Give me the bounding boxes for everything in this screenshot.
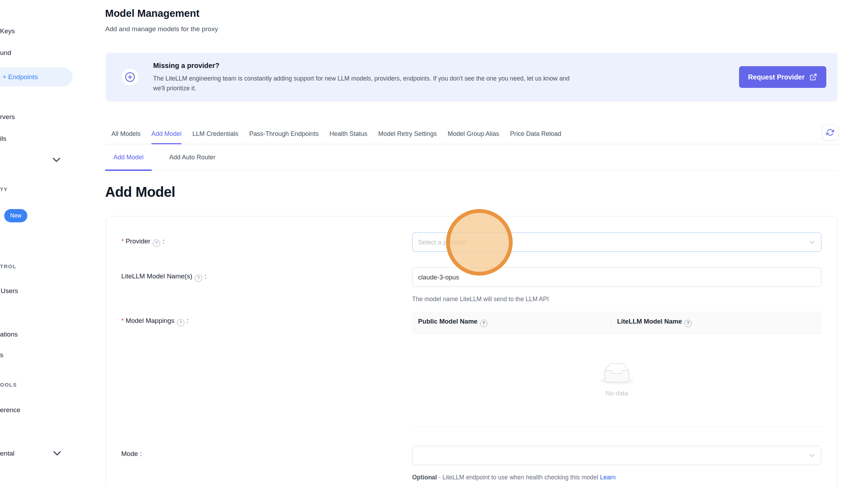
sidebar-section-access-control: TROL — [0, 263, 16, 269]
help-icon[interactable]: ? — [684, 320, 692, 327]
external-link-icon — [809, 73, 817, 81]
sidebar-item-users[interactable]: Users — [1, 287, 18, 295]
sidebar-item-endpoints-active[interactable]: + Endpoints — [0, 68, 73, 86]
required-asterisk: * — [121, 237, 124, 245]
learn-link[interactable]: Learn — [600, 474, 616, 481]
help-icon[interactable]: ? — [177, 319, 184, 326]
provider-placeholder: Select a provider — [418, 238, 467, 246]
sidebar-item-playground[interactable]: und — [0, 49, 11, 57]
new-badge: New — [4, 209, 27, 222]
table-empty-state: No data — [412, 334, 821, 427]
banner-body-line2: we'll prioritize it. — [153, 83, 196, 93]
model-tabs: All Models Add Model LLM Credentials Pas… — [105, 124, 838, 144]
sidebar: Keys und + Endpoints rvers ils TY New TR… — [0, 0, 93, 485]
mode-select[interactable] — [412, 446, 821, 465]
tab-add-model[interactable]: Add Model — [151, 124, 182, 144]
sidebar-item-experimental[interactable]: ental — [0, 450, 14, 457]
required-asterisk: * — [121, 317, 124, 324]
provider-select[interactable]: Select a provider — [412, 233, 821, 252]
subtab-add-model[interactable]: Add Model — [105, 144, 152, 171]
chevron-down-icon — [809, 454, 815, 457]
table-header: Public Model Name? LiteLLM Model Name? — [412, 311, 821, 334]
sidebar-item-servers[interactable]: rvers — [0, 113, 15, 121]
help-icon[interactable]: ? — [480, 320, 487, 327]
mode-label: Mode: — [121, 450, 142, 458]
tab-all-models[interactable]: All Models — [111, 124, 141, 144]
mode-helper: Optional - LiteLLM endpoint to use when … — [412, 474, 616, 481]
column-litellm-model-name: LiteLLM Model Name? — [611, 318, 821, 327]
page-title: Model Management — [105, 8, 199, 19]
sidebar-item-label: + Endpoints — [2, 68, 38, 86]
tab-price-data-reload[interactable]: Price Data Reload — [510, 124, 561, 144]
help-icon[interactable]: ? — [195, 275, 202, 282]
sidebar-section-observability: TY — [0, 186, 8, 192]
model-name-input[interactable] — [412, 268, 821, 287]
tab-health-status[interactable]: Health Status — [329, 124, 367, 144]
request-provider-label: Request Provider — [748, 73, 805, 81]
sidebar-section-tools: OOLS — [0, 382, 17, 388]
page-subtitle: Add and manage models for the proxy — [105, 25, 218, 33]
plus-circle-icon — [122, 69, 138, 85]
sidebar-item-reference[interactable]: erence — [0, 406, 20, 414]
no-data-label: No data — [606, 389, 628, 397]
refresh-icon — [826, 129, 834, 136]
provider-label: *Provider?: — [121, 237, 164, 247]
subtab-add-auto-router[interactable]: Add Auto Router — [166, 144, 219, 171]
sidebar-item-keys[interactable]: Keys — [0, 27, 15, 35]
model-name-helper: The model name LiteLLM will send to the … — [412, 296, 549, 303]
sidebar-item-organizations[interactable]: ations — [0, 331, 18, 338]
empty-box-icon — [600, 363, 634, 384]
request-provider-button[interactable]: Request Provider — [739, 66, 826, 88]
tab-model-retry-settings[interactable]: Model Retry Settings — [378, 124, 437, 144]
banner-body-line1: The LiteLLM engineering team is constant… — [153, 74, 569, 83]
add-model-subtabs: Add Model Add Auto Router — [105, 144, 838, 171]
add-model-heading: Add Model — [105, 184, 175, 200]
model-mappings-label: *Model Mappings?: — [121, 317, 189, 326]
column-public-model-name: Public Model Name? — [412, 318, 611, 327]
missing-provider-banner: Missing a provider? The LiteLLM engineer… — [106, 53, 838, 102]
help-icon[interactable]: ? — [153, 240, 160, 247]
model-name-label: LiteLLM Model Name(s)?: — [121, 272, 206, 282]
banner-title: Missing a provider? — [153, 62, 219, 70]
sidebar-item-trails[interactable]: ils — [0, 135, 6, 143]
tab-llm-credentials[interactable]: LLM Credentials — [192, 124, 238, 144]
refresh-button[interactable] — [822, 125, 838, 140]
tab-pass-through-endpoints[interactable]: Pass-Through Endpoints — [249, 124, 319, 144]
chevron-down-icon[interactable] — [53, 451, 61, 456]
model-mappings-table: Public Model Name? LiteLLM Model Name? N… — [412, 311, 821, 427]
tab-model-group-alias[interactable]: Model Group Alias — [447, 124, 499, 144]
chevron-down-icon[interactable] — [53, 158, 60, 162]
sidebar-item-teams[interactable]: s — [0, 351, 4, 359]
add-model-form: *Provider?: Select a provider LiteLLM Mo… — [106, 216, 838, 485]
chevron-down-icon — [809, 241, 815, 244]
